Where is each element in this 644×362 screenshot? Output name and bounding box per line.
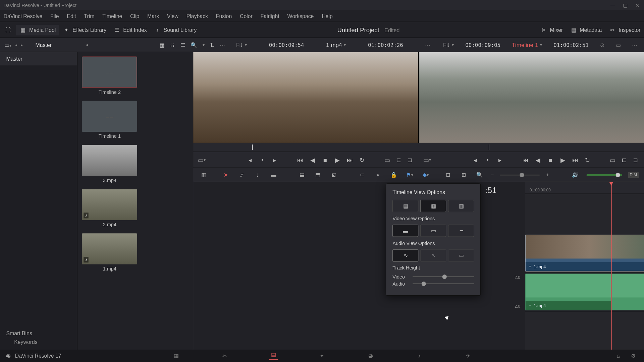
view-grid-icon[interactable]: ⫶⫶ xyxy=(170,42,175,48)
view-thumbs-icon[interactable]: ▦ xyxy=(160,42,165,48)
page-color-icon[interactable]: ◕ xyxy=(366,351,375,360)
overwrite-icon[interactable]: ⬒ xyxy=(313,170,323,179)
menu-trim[interactable]: Trim xyxy=(84,13,94,19)
audio-full-icon[interactable]: ∿ xyxy=(420,249,446,262)
fullscreen-icon[interactable]: ⛶ xyxy=(4,26,11,33)
program-more-icon[interactable]: ⋯ xyxy=(632,42,638,48)
program-viewer[interactable] xyxy=(419,52,644,143)
link-icon[interactable]: ⚭ xyxy=(373,170,383,179)
program-tc-out[interactable]: 01:00:02:51 xyxy=(553,42,589,48)
menu-color[interactable]: Color xyxy=(240,13,253,19)
marker-icon[interactable]: ◆▾ xyxy=(421,170,431,179)
audio-track-1[interactable]: 2.0 2.0 ⚭1.mp4⚭1.mp4⚭1.mp4 xyxy=(525,273,644,312)
zoom-custom-icon[interactable]: 🔍 xyxy=(475,170,485,179)
zoom-in-icon[interactable]: + xyxy=(546,172,549,178)
program-loop-icon[interactable]: ↻ xyxy=(584,156,592,164)
program-play-icon[interactable]: ▶ xyxy=(559,156,567,164)
source-more-icon[interactable]: ⋯ xyxy=(425,42,431,48)
playhead[interactable] xyxy=(611,182,612,350)
menu-clip[interactable]: Clip xyxy=(130,13,139,19)
program-prev-icon[interactable]: ◀ xyxy=(534,156,542,164)
timeline-ruler[interactable]: 01:00:00:00 01:00:04:00 01:00:08:00 xyxy=(525,182,644,194)
inspector-button[interactable]: ✂ Inspector xyxy=(605,24,644,35)
program-out-icon[interactable]: ⊐ xyxy=(632,156,640,164)
edit-index-button[interactable]: ☰ Edit Index xyxy=(110,24,150,35)
video-simple-icon[interactable]: ━ xyxy=(448,225,474,237)
maximize-icon[interactable]: ▢ xyxy=(623,3,628,8)
source-mode-icon[interactable]: ▭▾ xyxy=(198,156,206,164)
dim-button[interactable]: DIM xyxy=(628,172,639,178)
audio-clip[interactable]: ⚭1.mp4 xyxy=(525,274,611,310)
zoom-full-icon[interactable]: ⊡ xyxy=(443,170,453,179)
audio-height-slider[interactable] xyxy=(413,283,474,284)
insert-icon[interactable]: ⬓ xyxy=(297,170,307,179)
source-play-icon[interactable]: ▶ xyxy=(333,156,341,164)
nav-back-icon[interactable]: ◂ xyxy=(15,43,17,47)
program-jog-dot-icon[interactable]: ● xyxy=(484,156,492,164)
more-icon[interactable]: ⋯ xyxy=(220,42,225,48)
menu-fairlight[interactable]: Fairlight xyxy=(261,13,279,19)
minimize-icon[interactable]: — xyxy=(610,3,616,8)
blade-tool-icon[interactable]: ▬ xyxy=(269,170,278,179)
zoom-slider[interactable] xyxy=(500,174,540,175)
source-loop-icon[interactable]: ↻ xyxy=(358,156,366,164)
source-jog-fwd-icon[interactable]: ▸ xyxy=(271,156,279,164)
bypass-icon[interactable]: ⊙ xyxy=(600,42,604,48)
effects-library-button[interactable]: ✦ Effects Library xyxy=(59,24,110,35)
page-fairlight-icon[interactable]: ♪ xyxy=(415,351,424,360)
media-item[interactable]: ♪1.mp4 xyxy=(82,233,137,271)
menu-workspace[interactable]: Workspace xyxy=(287,13,314,19)
tlopt-subtitle-icon[interactable]: ▦ xyxy=(420,200,446,212)
menu-mark[interactable]: Mark xyxy=(147,13,159,19)
page-cut-icon[interactable]: ✂ xyxy=(220,351,229,360)
mixer-button[interactable]: ⫸ Mixer xyxy=(537,24,567,35)
lock-icon[interactable]: 🔒 xyxy=(389,170,399,179)
audio-wave-icon[interactable]: ∿ xyxy=(392,249,419,262)
sort-dropdown-icon[interactable]: ▾ xyxy=(203,43,205,47)
selection-tool-icon[interactable]: ➤ xyxy=(221,170,231,179)
video-thumb-icon[interactable]: ▭ xyxy=(420,225,446,237)
program-jog-fwd-icon[interactable]: ▸ xyxy=(496,156,504,164)
zoom-detail-icon[interactable]: ⊞ xyxy=(459,170,469,179)
source-zoom-dropdown[interactable]: Fit▾ xyxy=(236,42,247,48)
view-list-icon[interactable]: ☰ xyxy=(180,42,185,48)
page-deliver-icon[interactable]: ✈ xyxy=(464,351,472,360)
video-height-slider[interactable] xyxy=(413,276,474,277)
out-point-icon[interactable]: ⊐ xyxy=(407,156,415,164)
source-stop-icon[interactable]: ■ xyxy=(321,156,329,164)
program-timeline-name[interactable]: Timeline 1▾ xyxy=(512,42,542,48)
master-label[interactable]: Master xyxy=(35,42,51,48)
scrub-bar[interactable] xyxy=(194,143,644,152)
source-next-icon[interactable]: ⏭ xyxy=(346,156,354,164)
program-jog-back-icon[interactable]: ◂ xyxy=(471,156,479,164)
match-frame-icon[interactable]: ▭ xyxy=(383,156,391,164)
snap-icon[interactable]: ⊂ xyxy=(357,170,367,179)
program-mode-icon[interactable]: ▭▾ xyxy=(423,156,431,164)
media-item[interactable]: 3.mp4 xyxy=(82,145,137,183)
menu-help[interactable]: Help xyxy=(322,13,333,19)
video-clip[interactable]: ⚭1.mp4 xyxy=(525,235,644,271)
settings-icon[interactable]: ⚙ xyxy=(629,351,638,360)
source-tc-out[interactable]: 01:00:02:26 xyxy=(368,42,403,48)
program-zoom-dropdown[interactable]: Fit▾ xyxy=(443,42,454,48)
menu-playback[interactable]: Playback xyxy=(186,13,208,19)
media-pool-button[interactable]: ▦ Media Pool xyxy=(16,24,59,35)
sound-library-button[interactable]: ♪ Sound Library xyxy=(150,24,200,35)
page-edit-icon[interactable]: ▤ xyxy=(269,351,278,360)
page-media-icon[interactable]: ▦ xyxy=(172,351,180,360)
close-icon[interactable]: ✕ xyxy=(635,3,641,8)
media-item[interactable]: ▭▭Timeline 1 xyxy=(82,101,137,139)
in-point-icon[interactable]: ⊏ xyxy=(395,156,403,164)
bin-dropdown-icon[interactable]: ▭▾ xyxy=(4,42,11,48)
volume-icon[interactable]: 🔊 xyxy=(570,170,580,179)
source-first-icon[interactable]: ⏮ xyxy=(297,156,305,164)
media-item[interactable]: ♪2.mp4 xyxy=(82,189,137,227)
menu-davinci[interactable]: DaVinci Resolve xyxy=(4,13,43,19)
search-icon[interactable]: 🔍 xyxy=(191,42,197,48)
menu-fusion[interactable]: Fusion xyxy=(216,13,232,19)
program-next-icon[interactable]: ⏭ xyxy=(571,156,579,164)
home-icon[interactable]: ⌂ xyxy=(614,351,623,360)
master-bin[interactable]: Master xyxy=(0,52,77,66)
media-item[interactable]: ▭▭Timeline 2 xyxy=(82,57,137,95)
program-in-icon[interactable]: ⊏ xyxy=(620,156,628,164)
